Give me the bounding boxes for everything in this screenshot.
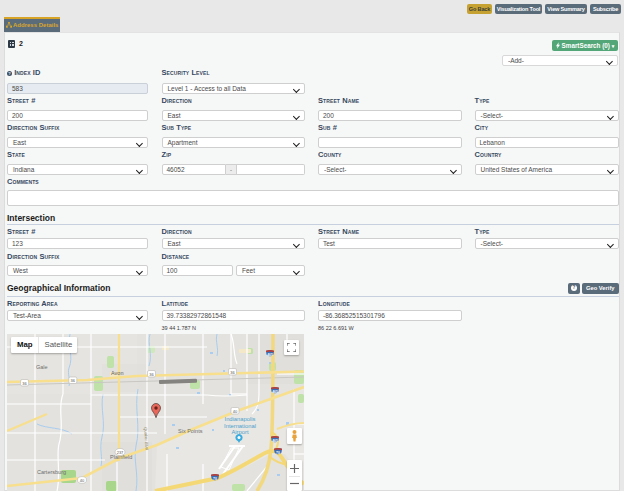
svg-text:Cartersburg: Cartersburg xyxy=(37,469,66,475)
svg-text:36: 36 xyxy=(71,378,76,383)
svg-text:70: 70 xyxy=(276,451,280,455)
svg-text:36: 36 xyxy=(230,370,235,375)
svg-text:465: 465 xyxy=(267,353,273,357)
svg-text:International: International xyxy=(224,423,256,429)
svg-text:Avon: Avon xyxy=(111,370,123,376)
svg-text:40: 40 xyxy=(80,478,85,483)
svg-text:Indianapolis: Indianapolis xyxy=(225,416,256,422)
svg-text:70: 70 xyxy=(213,477,217,481)
svg-text:237: 237 xyxy=(117,450,124,455)
svg-text:36: 36 xyxy=(22,381,27,386)
svg-text:465: 465 xyxy=(272,390,278,394)
svg-text:Airport: Airport xyxy=(231,429,248,435)
svg-text:36: 36 xyxy=(149,372,154,377)
svg-text:40: 40 xyxy=(233,409,238,414)
svg-text:Six Points: Six Points xyxy=(178,428,203,434)
svg-text:Gale: Gale xyxy=(36,364,48,370)
svg-text:465: 465 xyxy=(272,439,278,443)
